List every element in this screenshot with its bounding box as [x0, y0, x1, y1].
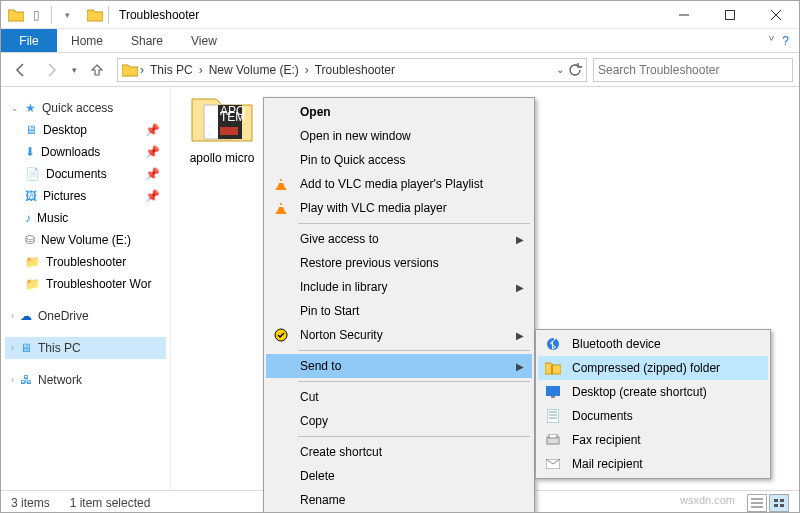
minimize-button[interactable]	[661, 1, 707, 29]
chevron-right-icon: ›	[11, 311, 14, 321]
sendto-documents[interactable]: Documents	[538, 404, 768, 428]
navigation-pane: ⌄ ★ Quick access 🖥Desktop📌 ⬇Downloads📌 📄…	[1, 87, 171, 490]
title-bar: ▯ ▾ Troubleshooter	[1, 1, 799, 29]
svg-rect-0	[726, 10, 735, 19]
sidebar-item-pictures[interactable]: 🖼Pictures📌	[5, 185, 166, 207]
ctx-cut[interactable]: Cut	[266, 385, 532, 409]
ctx-include[interactable]: Include in library▶	[266, 275, 532, 299]
breadcrumb[interactable]: This PC	[146, 63, 197, 77]
network-icon: 🖧	[20, 373, 32, 387]
svg-rect-16	[551, 365, 553, 374]
ctx-restore[interactable]: Restore previous versions	[266, 251, 532, 275]
chevron-right-icon: ▶	[516, 330, 524, 341]
ctx-delete[interactable]: Delete	[266, 464, 532, 488]
drive-icon: ⛁	[25, 233, 35, 247]
address-dropdown-icon[interactable]: ⌄	[556, 64, 564, 75]
maximize-button[interactable]	[707, 1, 753, 29]
folder-icon: 📁	[25, 255, 40, 269]
sendto-bluetooth[interactable]: Bluetooth device	[538, 332, 768, 356]
help-icon[interactable]: ?	[782, 34, 789, 48]
close-button[interactable]	[753, 1, 799, 29]
ribbon-tabs: File Home Share View ⱽ ?	[1, 29, 799, 53]
sidebar-item-troubleshooter-wor[interactable]: 📁Troubleshooter Wor	[5, 273, 166, 295]
ctx-vlc-play[interactable]: Play with VLC media player	[266, 196, 532, 220]
sendto-desktop[interactable]: Desktop (create shortcut)	[538, 380, 768, 404]
pictures-icon: 🖼	[25, 189, 37, 203]
overflow-icon[interactable]: ▾	[58, 6, 76, 24]
sidebar-item-documents[interactable]: 📄Documents📌	[5, 163, 166, 185]
breadcrumb[interactable]: New Volume (E:)	[205, 63, 303, 77]
search-input[interactable]	[598, 63, 788, 77]
svg-rect-21	[549, 434, 557, 438]
refresh-icon[interactable]	[568, 63, 582, 77]
folder-icon	[7, 6, 25, 24]
star-icon: ★	[25, 101, 36, 115]
recent-locations-button[interactable]: ▾	[67, 57, 81, 83]
ctx-shortcut[interactable]: Create shortcut	[266, 440, 532, 464]
folder-item-selected[interactable]: APO TEM apollo micro	[179, 87, 265, 165]
documents-icon	[544, 407, 562, 425]
tab-view[interactable]: View	[177, 29, 231, 52]
svg-rect-13	[279, 205, 283, 207]
sidebar-item-desktop[interactable]: 🖥Desktop📌	[5, 119, 166, 141]
breadcrumb[interactable]: Troubleshooter	[311, 63, 399, 77]
properties-icon[interactable]: ▯	[27, 6, 45, 24]
chevron-right-icon: ▶	[516, 361, 524, 372]
ctx-vlc-add[interactable]: Add to VLC media player's Playlist	[266, 172, 532, 196]
sidebar-item-downloads[interactable]: ⬇Downloads📌	[5, 141, 166, 163]
tab-share[interactable]: Share	[117, 29, 177, 52]
network-group[interactable]: ›🖧Network	[5, 369, 166, 391]
watermark-text: wsxdn.com	[680, 494, 735, 512]
monitor-icon: 🖥	[20, 341, 32, 355]
navigation-bar: ▾ › This PC › New Volume (E:) › Troubles…	[1, 53, 799, 87]
thumbnails-view-button[interactable]	[769, 494, 789, 512]
sidebar-item-volume[interactable]: ⛁New Volume (E:)	[5, 229, 166, 251]
svg-rect-5	[220, 127, 238, 135]
up-button[interactable]	[83, 57, 111, 83]
window-folder-icon	[86, 6, 104, 24]
this-pc-group[interactable]: ›🖥This PC	[5, 337, 166, 359]
tab-home[interactable]: Home	[57, 29, 117, 52]
folder-icon: 📁	[25, 277, 40, 291]
zip-folder-icon	[544, 359, 562, 377]
svg-rect-7	[780, 499, 784, 502]
sendto-compressed[interactable]: Compressed (zipped) folder	[538, 356, 768, 380]
search-box[interactable]	[593, 58, 793, 82]
pin-icon: 📌	[145, 123, 166, 137]
sendto-fax[interactable]: Fax recipient	[538, 428, 768, 452]
address-bar[interactable]: › This PC › New Volume (E:) › Troublesho…	[117, 58, 587, 82]
svg-rect-9	[780, 504, 784, 507]
ribbon-expand-icon[interactable]: ⱽ	[769, 34, 774, 47]
ctx-rename[interactable]: Rename	[266, 488, 532, 512]
ctx-open-new[interactable]: Open in new window	[266, 124, 532, 148]
ctx-send-to[interactable]: Send to▶	[266, 354, 532, 378]
chevron-down-icon: ⌄	[11, 103, 19, 113]
chevron-right-icon[interactable]: ›	[138, 63, 146, 77]
fax-icon	[544, 431, 562, 449]
vlc-icon	[272, 199, 290, 217]
ctx-pin-qa[interactable]: Pin to Quick access	[266, 148, 532, 172]
forward-button[interactable]	[37, 57, 65, 83]
file-tab[interactable]: File	[1, 29, 57, 52]
quick-access-group[interactable]: ⌄ ★ Quick access	[5, 97, 166, 119]
vlc-icon	[272, 175, 290, 193]
sidebar-item-troubleshooter[interactable]: 📁Troubleshooter	[5, 251, 166, 273]
ctx-copy[interactable]: Copy	[266, 409, 532, 433]
chevron-right-icon[interactable]: ›	[197, 63, 205, 77]
status-selected-count: 1 item selected	[70, 496, 151, 510]
back-button[interactable]	[7, 57, 35, 83]
ctx-pin-start[interactable]: Pin to Start	[266, 299, 532, 323]
onedrive-group[interactable]: ›☁OneDrive	[5, 305, 166, 327]
chevron-right-icon[interactable]: ›	[303, 63, 311, 77]
sidebar-item-music[interactable]: ♪Music	[5, 207, 166, 229]
folder-icon	[122, 63, 138, 77]
ctx-give-access[interactable]: Give access to▶	[266, 227, 532, 251]
norton-icon	[272, 326, 290, 344]
desktop-icon	[544, 383, 562, 401]
sendto-mail[interactable]: Mail recipient	[538, 452, 768, 476]
bluetooth-icon	[544, 335, 562, 353]
ctx-norton[interactable]: Norton Security▶	[266, 323, 532, 347]
ctx-open[interactable]: Open	[266, 100, 532, 124]
svg-rect-18	[551, 396, 555, 398]
details-view-button[interactable]	[747, 494, 767, 512]
